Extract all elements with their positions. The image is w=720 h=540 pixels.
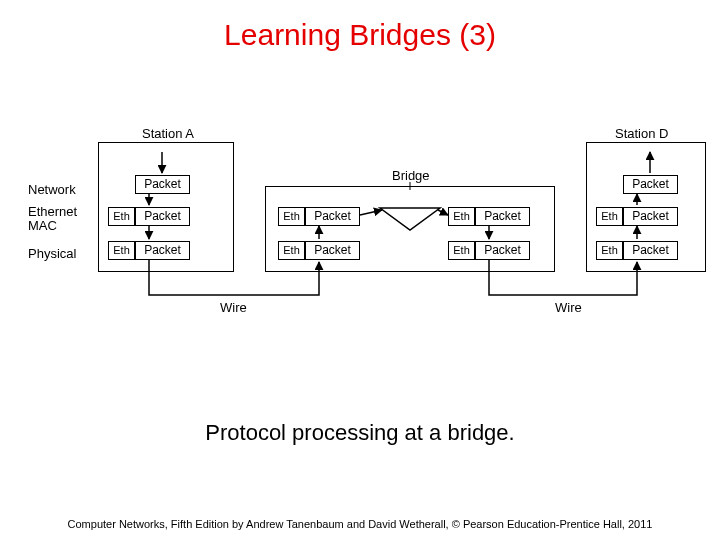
diagram-arrows	[0, 100, 720, 360]
slide-title: Learning Bridges (3)	[0, 18, 720, 52]
svg-line-1	[438, 210, 448, 215]
slide-caption: Protocol processing at a bridge.	[0, 420, 720, 446]
slide-footer: Computer Networks, Fifth Edition by Andr…	[0, 518, 720, 530]
svg-line-0	[360, 210, 382, 215]
diagram-stage: Network Ethernet MAC Physical Station A …	[0, 100, 720, 360]
